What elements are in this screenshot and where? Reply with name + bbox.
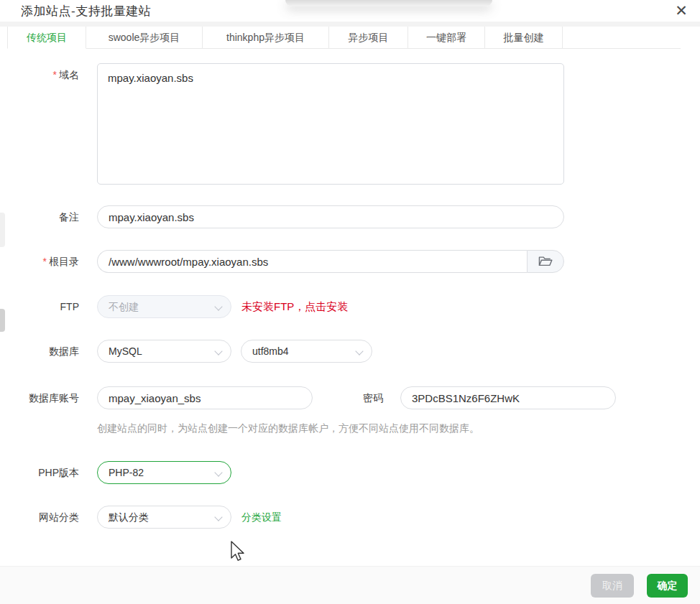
browse-folder-button[interactable] [527, 250, 564, 273]
root-dir-label: *根目录 [0, 250, 79, 273]
php-version-row: PHP版本 PHP-82 [0, 461, 700, 484]
note-row: 备注 [0, 205, 700, 228]
database-type-select[interactable]: MySQL [97, 340, 231, 363]
tab-async-project[interactable]: 异步项目 [329, 27, 408, 49]
required-mark: * [53, 69, 57, 80]
note-label: 备注 [0, 205, 79, 228]
dialog-footer: 取消 确定 [0, 566, 700, 604]
tabbar: 传统项目 swoole异步项目 thinkphp异步项目 异步项目 一键部署 批… [7, 27, 681, 49]
cancel-button[interactable]: 取消 [591, 574, 634, 598]
site-category-select[interactable]: 默认分类 [97, 506, 231, 529]
db-account-input[interactable] [97, 386, 313, 409]
chevron-down-icon [355, 347, 363, 355]
root-dir-row: *根目录 [0, 250, 700, 273]
open-folder-icon [538, 255, 553, 268]
required-mark: * [43, 256, 47, 267]
tabbar-top-strip [0, 22, 700, 27]
domain-textarea[interactable]: mpay.xiaoyan.sbs [97, 63, 564, 185]
site-category-value: 默认分类 [109, 511, 149, 523]
ftp-install-warning[interactable]: 未安装FTP，点击安装 [241, 295, 348, 318]
ftp-select-value: 不创建 [109, 301, 139, 312]
tab-one-click-deploy[interactable]: 一键部署 [408, 27, 485, 49]
site-category-row: 网站分类 默认分类 分类设置 [0, 506, 700, 529]
site-category-label: 网站分类 [0, 506, 79, 529]
close-icon[interactable]: ✕ [671, 1, 691, 21]
php-version-select[interactable]: PHP-82 [97, 461, 231, 484]
dialog-title: 添加站点-支持批量建站 [21, 3, 151, 19]
chevron-down-icon [214, 468, 222, 476]
tab-swoole-async-project[interactable]: swoole异步项目 [86, 27, 203, 49]
php-version-value: PHP-82 [109, 467, 144, 478]
add-site-dialog: 添加站点-支持批量建站 ✕ 传统项目 swoole异步项目 thinkphp异步… [0, 0, 700, 529]
domain-label: *域名 [0, 63, 79, 85]
db-password-label: 密码 [363, 386, 383, 409]
mouse-cursor [229, 540, 246, 563]
database-charset-value: utf8mb4 [252, 345, 289, 357]
database-type-value: MySQL [109, 345, 142, 357]
tabbar-filler [563, 27, 681, 49]
database-row: 数据库 MySQL utf8mb4 [0, 340, 700, 363]
db-password-input[interactable] [400, 386, 616, 409]
php-version-label: PHP版本 [0, 461, 79, 484]
chevron-down-icon [214, 302, 222, 310]
dialog-header: 添加站点-支持批量建站 ✕ [0, 0, 700, 22]
add-site-form: *域名 mpay.xiaoyan.sbs 备注 *根目录 [0, 49, 700, 529]
db-account-block: 数据库账号 密码 创建站点的同时，为站点创建一个对应的数据库帐户，方便不同站点使… [0, 386, 700, 435]
tab-thinkphp-async-project[interactable]: thinkphp异步项目 [203, 27, 329, 49]
chevron-down-icon [214, 347, 222, 355]
domain-row: *域名 mpay.xiaoyan.sbs [0, 63, 700, 185]
note-input[interactable] [97, 205, 564, 228]
db-tip-text: 创建站点的同时，为站点创建一个对应的数据库帐户，方便不同站点使用不同数据库。 [97, 421, 700, 435]
ftp-select[interactable]: 不创建 [97, 295, 231, 318]
confirm-button[interactable]: 确定 [647, 574, 688, 598]
ftp-label: FTP [0, 295, 79, 318]
ftp-row: FTP 不创建 未安装FTP，点击安装 [0, 295, 700, 318]
category-settings-link[interactable]: 分类设置 [241, 506, 282, 529]
db-account-label: 数据库账号 [0, 386, 79, 409]
tab-batch-create[interactable]: 批量创建 [485, 27, 563, 49]
database-label: 数据库 [0, 340, 79, 363]
root-dir-input[interactable] [97, 250, 527, 273]
database-charset-select[interactable]: utf8mb4 [241, 340, 372, 363]
tab-traditional-project[interactable]: 传统项目 [7, 27, 86, 49]
db-account-row: 数据库账号 密码 [0, 386, 700, 409]
chevron-down-icon [214, 513, 222, 521]
